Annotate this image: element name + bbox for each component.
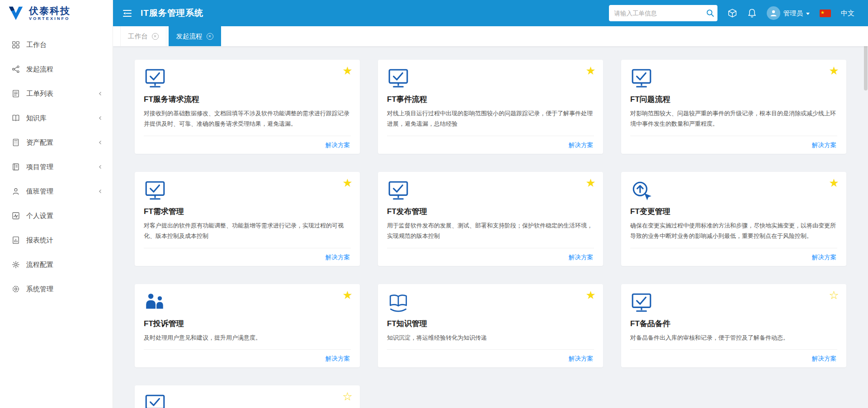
- bell-icon[interactable]: [747, 8, 757, 18]
- cube-icon[interactable]: [727, 8, 737, 18]
- user-menu[interactable]: 管理员: [767, 6, 810, 20]
- card-footer: 解决方案: [387, 349, 594, 367]
- brand-text: 伏泰科技 VORTEXINFO: [29, 5, 71, 21]
- solution-link[interactable]: 解决方案: [326, 355, 350, 362]
- sidebar-item-knowledge-base[interactable]: 知识库: [0, 106, 113, 130]
- tab-workbench[interactable]: 工作台 ✕: [120, 26, 166, 46]
- complaint-people-icon: [144, 291, 351, 315]
- process-card-change[interactable]: ★ FT变更管理 确保在变更实施过程中使用标准的方法和步骤，尽快地实施变更，以将…: [621, 172, 846, 266]
- knowledge-book-icon: [387, 291, 594, 315]
- card-title: FT事件流程: [387, 94, 594, 104]
- sidebar-item-system[interactable]: 系统管理: [0, 277, 113, 301]
- search-input[interactable]: [609, 5, 717, 21]
- sidebar-nav: 工作台 发起流程 工单列表 知识库 资产配置: [0, 26, 113, 301]
- language-switcher[interactable]: 中文: [841, 9, 854, 18]
- process-card-demand[interactable]: ★ FT需求管理 对客户提出的软件原有功能调整、功能新增等需求进行记录，实现过程…: [135, 172, 360, 266]
- star-icon[interactable]: ★: [343, 65, 353, 76]
- solution-link[interactable]: 解决方案: [812, 142, 836, 148]
- flag-star: ★: [821, 10, 825, 15]
- star-icon[interactable]: ★: [586, 177, 596, 189]
- brand-subtitle: VORTEXINFO: [29, 16, 71, 21]
- card-title: FT知识管理: [387, 318, 594, 329]
- monitor-check-icon: [144, 67, 351, 90]
- card-description: 对备品备件出入库的审核和记录，便于管控及了解备件动态。: [630, 332, 837, 343]
- close-icon[interactable]: ✕: [207, 33, 213, 40]
- china-flag-icon[interactable]: ★: [820, 9, 831, 17]
- dashboard-icon: [12, 41, 20, 49]
- sidebar-item-label: 资产配置: [26, 138, 53, 147]
- star-icon[interactable]: ☆: [829, 289, 839, 301]
- sidebar-item-label: 值班管理: [26, 187, 53, 196]
- sidebar-item-label: 发起流程: [26, 65, 53, 74]
- process-card-incident[interactable]: ★ FT事件流程 对线上项目运行过程中出现的影响范围较小的问题跟踪记录，便于了解…: [378, 60, 603, 154]
- solution-link[interactable]: 解决方案: [569, 142, 593, 148]
- sidebar-item-personal-settings[interactable]: 个人设置: [0, 204, 113, 228]
- close-icon[interactable]: ✕: [152, 33, 159, 40]
- assets-icon: [12, 138, 20, 147]
- main-column: IT服务管理系统 管理员: [113, 0, 868, 408]
- avatar: [767, 6, 780, 20]
- solution-link[interactable]: 解决方案: [569, 254, 593, 261]
- card-title: FT问题流程: [630, 94, 837, 104]
- monitor-check-icon: [144, 393, 351, 408]
- user-name: 管理员: [783, 9, 803, 18]
- solution-link[interactable]: 解决方案: [569, 355, 593, 362]
- tab-bar: 工作台 ✕ 发起流程 ✕: [113, 26, 868, 46]
- solution-link[interactable]: 解决方案: [326, 254, 350, 261]
- tab-initiate-flow[interactable]: 发起流程 ✕: [169, 26, 221, 46]
- sidebar-item-assets[interactable]: 资产配置: [0, 130, 113, 155]
- star-icon[interactable]: ★: [829, 177, 839, 189]
- knowledge-base-icon: [12, 114, 20, 122]
- process-card-customer-order[interactable]: ☆ FT客户工单 未添加描述信息 解决方案: [135, 385, 360, 408]
- card-description: 对线上项目运行过程中出现的影响范围较小的问题跟踪记录，便于了解事件处理进展，避免…: [387, 108, 594, 129]
- sidebar-item-work-orders[interactable]: 工单列表: [0, 81, 113, 106]
- sidebar-item-workbench[interactable]: 工作台: [0, 33, 113, 57]
- process-card-release[interactable]: ★ FT发布管理 用于监督软件发布的发展、测试、部署和支持阶段；保护软件稳定的生…: [378, 172, 603, 266]
- search-icon[interactable]: [706, 9, 714, 17]
- card-title: FT变更管理: [630, 206, 837, 217]
- monitor-check-icon: [387, 67, 594, 90]
- star-icon[interactable]: ☆: [343, 391, 353, 402]
- app-root: 伏泰科技 VORTEXINFO 工作台 发起流程 工单列表 知识库: [0, 0, 868, 408]
- process-card-service-request[interactable]: ★ FT服务请求流程 对接收到的基础数据修改、文档回填等不涉及软件功能调整的需求…: [135, 60, 360, 154]
- tab-label: 发起流程: [176, 32, 203, 41]
- chevron-left-icon: [98, 91, 103, 96]
- tab-label: 工作台: [128, 32, 148, 41]
- card-description: 确保在变更实施过程中使用标准的方法和步骤，尽快地实施变更，以将由变更所导致的业务…: [630, 220, 837, 242]
- sidebar-item-label: 知识库: [26, 114, 47, 123]
- solution-link[interactable]: 解决方案: [326, 142, 350, 148]
- solution-link[interactable]: 解决方案: [812, 355, 836, 362]
- sidebar-item-label: 个人设置: [26, 212, 53, 220]
- sidebar-item-initiate-flow[interactable]: 发起流程: [0, 57, 113, 81]
- card-description: 及时处理用户意见和建议，提升用户满意度。: [144, 332, 351, 343]
- menu-fold-icon[interactable]: [123, 9, 132, 17]
- sidebar-item-flow-config[interactable]: 流程配置: [0, 252, 113, 277]
- brand-logo[interactable]: 伏泰科技 VORTEXINFO: [0, 0, 113, 26]
- process-card-problem[interactable]: ★ FT问题流程 对影响范围较大、问题较严重的事件的升级记录，根本目的是消除或减…: [621, 60, 846, 154]
- card-title: FT发布管理: [387, 206, 594, 217]
- sidebar-item-reports[interactable]: 报表统计: [0, 228, 113, 252]
- process-card-spare-parts[interactable]: ☆ FT备品备件 对备品备件出入库的审核和记录，便于管控及了解备件动态。 解决方…: [621, 284, 846, 367]
- chevron-left-icon: [98, 189, 103, 194]
- star-icon[interactable]: ★: [343, 289, 353, 301]
- card-description: 对接收到的基础数据修改、文档回填等不涉及软件功能调整的需求进行跟踪记录并提供及时…: [144, 108, 351, 129]
- star-icon[interactable]: ★: [586, 65, 596, 76]
- star-icon[interactable]: ★: [586, 289, 596, 301]
- process-card-knowledge[interactable]: ★ FT知识管理 知识沉淀，将运维经验转化为知识传递 解决方案: [378, 284, 603, 367]
- app-title: IT服务管理系统: [141, 7, 203, 19]
- card-footer: 解决方案: [144, 248, 351, 266]
- star-icon[interactable]: ★: [829, 65, 839, 76]
- chevron-left-icon: [98, 140, 103, 145]
- header-actions: 管理员 ★ 中文: [609, 5, 855, 21]
- reports-icon: [12, 236, 20, 244]
- card-description: 用于监督软件发布的发展、测试、部署和支持阶段；保护软件稳定的生活环境，实现规范的…: [387, 220, 594, 242]
- monitor-check-icon: [387, 179, 594, 203]
- sidebar-item-label: 流程配置: [26, 261, 53, 269]
- monitor-check-icon: [144, 179, 351, 203]
- star-icon[interactable]: ★: [343, 177, 353, 189]
- sidebar-item-duty[interactable]: 值班管理: [0, 179, 113, 204]
- process-card-complaint[interactable]: ★ FT投诉管理 及时处理用户意见和建议，提升用户满意度。 解决方案: [135, 284, 360, 367]
- work-orders-icon: [12, 90, 20, 98]
- sidebar-item-projects[interactable]: 项目管理: [0, 155, 113, 179]
- solution-link[interactable]: 解决方案: [812, 254, 836, 261]
